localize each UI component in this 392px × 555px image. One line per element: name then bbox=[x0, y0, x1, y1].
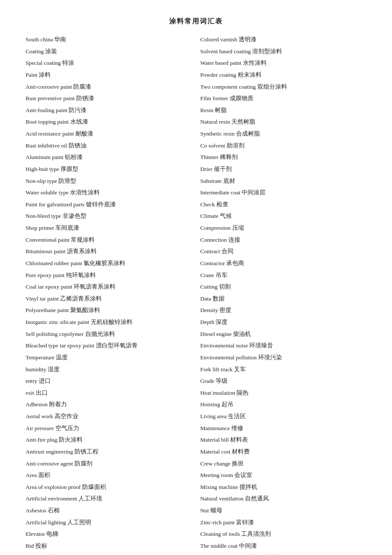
list-item: Solvent based coating 溶剂型涂料 bbox=[200, 46, 366, 57]
list-item: Material bill 材料表 bbox=[200, 435, 366, 445]
list-item: Adhesion 附着力 bbox=[26, 399, 192, 410]
list-item: Artificial lighting 人工照明 bbox=[26, 517, 192, 528]
list-item: Coal tar epoxy paint 环氧沥青系涂料 bbox=[26, 282, 192, 292]
list-item: Bituminous paint 沥青系涂料 bbox=[26, 246, 192, 257]
list-item: Rust preventive paint 防锈漆 bbox=[26, 93, 192, 104]
list-item: Elevator 电梯 bbox=[26, 529, 192, 539]
list-item: exit 出口 bbox=[26, 388, 192, 398]
list-item: Zinc-rich paint 富锌漆 bbox=[200, 517, 366, 528]
list-item: Vinyl tar paint 乙烯沥青系涂料 bbox=[26, 294, 192, 304]
list-item: Contractor 承包商 bbox=[200, 258, 366, 269]
list-item: Substrate 底材 bbox=[200, 176, 366, 186]
list-item: Drier 催干剂 bbox=[200, 164, 366, 174]
list-item: Natural ventilation 自然通风 bbox=[200, 494, 366, 504]
right-column: Colored varnish 透明漆Solvent based coating… bbox=[200, 35, 366, 555]
list-item: Area of explosion proof 防爆面积 bbox=[26, 482, 192, 492]
list-item: Conventional paint 常规涂料 bbox=[26, 235, 192, 245]
list-item: Shop primer 车间底漆 bbox=[26, 223, 192, 233]
list-item: Water based paint 水性涂料 bbox=[200, 58, 366, 68]
list-item: Crane 吊车 bbox=[200, 270, 366, 280]
list-item: Air pressure 空气压力 bbox=[26, 423, 192, 434]
list-item: Climate 气候 bbox=[200, 211, 366, 221]
list-item: Bleached type tar epoxy paint 漂白型环氧沥青 bbox=[26, 341, 192, 351]
list-item: Contract 合同 bbox=[200, 246, 366, 257]
list-item: Resin 树脂 bbox=[200, 105, 366, 116]
list-item: Cutting 切割 bbox=[200, 282, 366, 292]
list-item: Paint for galvanized parts 镀锌件底漆 bbox=[26, 199, 192, 210]
list-item: Grade 等级 bbox=[200, 376, 366, 386]
list-item: Non-slip type 防滑型 bbox=[26, 176, 192, 186]
list-item: Chlorinated rubber paint 氯化橡胶系涂料 bbox=[26, 258, 192, 269]
list-item: South china 华南 bbox=[26, 35, 192, 45]
list-item: Coating 涂装 bbox=[26, 46, 192, 57]
list-item: Anti-fouling paint 防污漆 bbox=[26, 105, 192, 116]
list-item: Aluminum paint 铝粉漆 bbox=[26, 152, 192, 162]
list-item: Environmental pollution 环境污染 bbox=[200, 353, 366, 363]
list-item: Surface preparation 表面预处理 bbox=[200, 553, 366, 555]
list-item: Rust inhibitive oil 防锈油 bbox=[26, 141, 192, 151]
list-item: Fork lift truck 叉车 bbox=[200, 364, 366, 375]
list-item: Antirust engineering 防锈工程 bbox=[26, 447, 192, 457]
list-item: humidity 湿度 bbox=[26, 364, 192, 375]
list-item: Natural resin 天然树脂 bbox=[200, 117, 366, 127]
left-column: South china 华南Coating 涂装Special coating … bbox=[26, 35, 192, 555]
list-item: Boot topping paint 水线漆 bbox=[26, 117, 192, 127]
list-item: Non-bleed type 非渗色型 bbox=[26, 211, 192, 221]
list-item: Paint 涂料 bbox=[26, 70, 192, 80]
list-item: Depth 深度 bbox=[200, 317, 366, 327]
list-item: Inorganic zinc silicate paint 无机硅酸锌涂料 bbox=[26, 317, 192, 327]
list-item: Hoisting 起吊 bbox=[200, 399, 366, 410]
list-item: Nut 螺母 bbox=[200, 506, 366, 516]
list-item: Artificial environment 人工环境 bbox=[26, 494, 192, 504]
list-item: Meeting room 会议室 bbox=[200, 470, 366, 480]
page-title: 涂料常用词汇表 bbox=[26, 17, 366, 26]
list-item: The middle coat 中间漆 bbox=[200, 541, 366, 551]
list-item: Living area 生活区 bbox=[200, 411, 366, 422]
list-item: Compression 压缩 bbox=[200, 223, 366, 233]
list-item: Film former 成膜物质 bbox=[200, 93, 366, 104]
list-item: Anti-corrosive paint 防腐漆 bbox=[26, 82, 192, 92]
list-item: Colored varnish 透明漆 bbox=[200, 35, 366, 45]
list-item: Polyurethane paint 聚氨酯涂料 bbox=[26, 305, 192, 315]
list-item: Mixing machine 搅拌机 bbox=[200, 482, 366, 492]
list-item: Intermediate coat 中间涂层 bbox=[200, 188, 366, 198]
list-item: Anti-fire plug 防火涂料 bbox=[26, 435, 192, 445]
list-item: Bid 投标 bbox=[26, 541, 192, 551]
list-item: Heat insulation 隔热 bbox=[200, 388, 366, 398]
list-item: Aerial work 高空作业 bbox=[26, 411, 192, 422]
list-item: Connection 连接 bbox=[200, 235, 366, 245]
list-item: Self polishing copolymer 自抛光涂料 bbox=[26, 329, 192, 339]
list-item: Data 数据 bbox=[200, 294, 366, 304]
list-item: Anti-corrosive agent 防腐剂 bbox=[26, 459, 192, 469]
list-item: Thinner 稀释剂 bbox=[200, 152, 366, 162]
list-item: Environmental noise 环境噪音 bbox=[200, 341, 366, 351]
list-item: Area 面积 bbox=[26, 470, 192, 480]
list-item: Acid resistance paint 耐酸漆 bbox=[26, 129, 192, 139]
list-item: Synthetic resin 合成树脂 bbox=[200, 129, 366, 139]
list-item: Two component coating 双组分涂料 bbox=[200, 82, 366, 92]
list-item: High-buit type 厚膜型 bbox=[26, 164, 192, 174]
list-item: Special coating 特涂 bbox=[26, 58, 192, 68]
list-item: Co solvent 助溶剂 bbox=[200, 141, 366, 151]
list-item: Diesel engine 柴油机 bbox=[200, 329, 366, 339]
list-item: Maintenance 维修 bbox=[200, 423, 366, 434]
list-item: Temperature 温度 bbox=[26, 353, 192, 363]
list-item: Asbestos 石棉 bbox=[26, 506, 192, 516]
list-item: Powder coating 粉末涂料 bbox=[200, 70, 366, 80]
list-item: Cleaning of tools 工具清洗剂 bbox=[200, 529, 366, 539]
list-item: Pure epoxy paint 纯环氧涂料 bbox=[26, 270, 192, 280]
list-item: Material cost 材料费 bbox=[200, 447, 366, 457]
list-item: Density 密度 bbox=[200, 305, 366, 315]
list-item: Water soluble type 水溶性涂料 bbox=[26, 188, 192, 198]
list-item: Personnel 员工 bbox=[26, 553, 192, 555]
list-item: Check 检查 bbox=[200, 199, 366, 210]
list-item: Crew change 换班 bbox=[200, 459, 366, 469]
list-item: entry 进口 bbox=[26, 376, 192, 386]
